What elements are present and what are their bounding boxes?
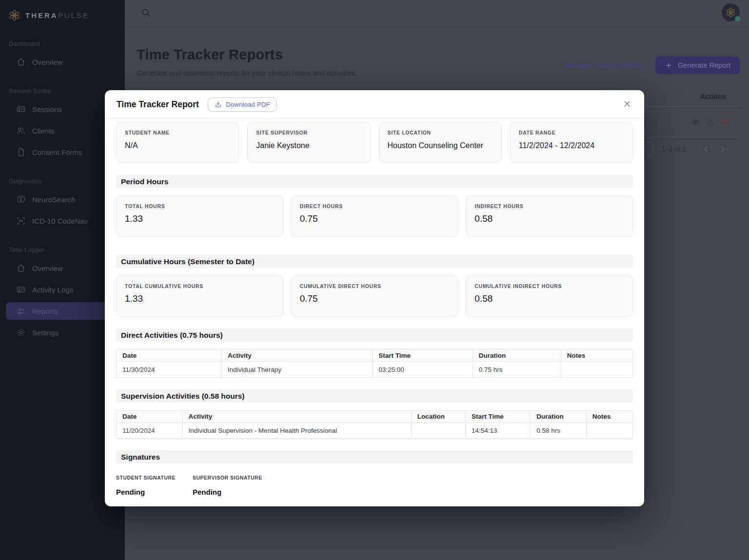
barcode-scan-icon [16, 216, 26, 226]
brand-name: THERAPULSE [25, 11, 89, 19]
time-tracker-report-modal: Time Tracker Report Download PDF STUDENT… [105, 90, 644, 506]
delete-report-icon[interactable] [721, 118, 729, 126]
home-icon [16, 57, 26, 67]
column-header-location: Location [411, 411, 465, 423]
settings-gear-icon [16, 328, 26, 337]
people-group-icon [16, 306, 26, 316]
nav-section-time-logger: Time Logger [6, 233, 119, 259]
next-page-button[interactable] [718, 145, 727, 154]
table-row: 11/20/2024 Individual Supervision - Ment… [117, 423, 633, 439]
sidebar-item-settings[interactable]: Settings [6, 324, 119, 341]
plus-icon [665, 61, 672, 69]
actions-column-header: Actions [700, 93, 726, 100]
student-signature: STUDENT SIGNATURE Pending [116, 475, 193, 496]
nav-section-session-scribe: Session Scribe [6, 75, 119, 100]
column-header-start-time: Start Time [373, 350, 473, 362]
direct-hours-card: DIRECT HOURS 0.75 [291, 195, 458, 237]
column-header-date: Date [117, 411, 183, 423]
previous-page-button[interactable] [702, 145, 710, 154]
column-header-activity: Activity [222, 350, 373, 362]
download-icon [215, 101, 222, 108]
sidebar-item-neurosearch[interactable]: NeuroSearch [6, 191, 119, 208]
modal-body: STUDENT NAME N/A SITE SUPERVISOR Janie K… [105, 119, 644, 496]
period-hours-cards: TOTAL HOURS 1.33 DIRECT HOURS 0.75 INDIR… [116, 195, 633, 237]
download-report-icon[interactable] [706, 118, 714, 126]
period-hours-section-title: Period Hours [116, 175, 633, 188]
brain-icon [16, 194, 26, 204]
sidebar-item-time-overview[interactable]: Overview [6, 259, 119, 277]
column-header-start-time: Start Time [465, 411, 530, 423]
total-hours-card: TOTAL HOURS 1.33 [116, 195, 283, 237]
brand-logo[interactable]: THERAPULSE [0, 8, 125, 22]
date-range-card: DATE RANGE 11/2/2024 - 12/2/2024 [510, 122, 633, 163]
cumulative-hours-section-title: Cumulative Hours (Semester to Date) [116, 255, 633, 268]
sessions-card-icon [16, 104, 26, 114]
modal-header: Time Tracker Report Download PDF [105, 90, 644, 119]
topbar [125, 0, 749, 25]
total-cumulative-hours-card: TOTAL CUMULATIVE HOURS 1.33 [116, 275, 283, 317]
people-icon [16, 126, 26, 135]
sidebar-item-sessions[interactable]: Sessions [6, 100, 119, 118]
pagination-range: 1–1 of 1 [661, 145, 686, 153]
sidebar-item-clients[interactable]: Clients [6, 122, 119, 139]
signatures-section-title: Signatures [116, 450, 633, 463]
home-icon [16, 263, 26, 273]
cumulative-direct-hours-card: CUMULATIVE DIRECT HOURS 0.75 [291, 275, 458, 317]
manage-training-periods-link[interactable]: Manage Training Periods [564, 61, 643, 69]
cumulative-indirect-hours-card: CUMULATIVE INDIRECT HOURS 0.58 [466, 275, 633, 317]
column-header-duration: Duration [531, 411, 586, 423]
student-name-card: STUDENT NAME N/A [116, 122, 239, 163]
close-icon [623, 100, 631, 108]
modal-title: Time Tracker Report [117, 99, 199, 110]
table-row: 11/30/2024 Individual Therapy 03:25:00 0… [117, 362, 633, 378]
search-icon[interactable] [140, 7, 151, 18]
site-supervisor-card: SITE SUPERVISOR Janie Keystone [247, 122, 370, 163]
column-header-duration: Duration [473, 350, 561, 362]
page-title: Time Tracker Reports [137, 47, 357, 63]
online-status-dot [735, 16, 740, 21]
nav-section-diagnostics: Diagnostics [6, 165, 119, 191]
column-header-notes: Notes [561, 350, 632, 362]
sidebar-item-activity-logs[interactable]: Activity Logs [6, 281, 119, 298]
activity-log-icon [16, 285, 26, 294]
supervisor-signature: SUPERVISOR SIGNATURE Pending [193, 475, 269, 496]
indirect-hours-card: INDIRECT HOURS 0.58 [466, 195, 633, 237]
column-header-date: Date [117, 350, 222, 362]
sidebar-item-overview[interactable]: Overview [6, 53, 119, 71]
supervision-activities-table: Date Activity Location Start Time Durati… [116, 410, 633, 439]
cumulative-hours-cards: TOTAL CUMULATIVE HOURS 1.33 CUMULATIVE D… [116, 275, 633, 317]
column-header-activity: Activity [182, 411, 411, 423]
download-pdf-button[interactable]: Download PDF [208, 97, 277, 112]
direct-activities-table: Date Activity Start Time Duration Notes … [116, 349, 633, 378]
sidebar-item-icd10-codenav[interactable]: ICD-10 CodeNav [6, 212, 119, 230]
page-subtitle: Generate and download reports for your c… [137, 69, 357, 77]
supervision-activities-section-title: Supervision Activities (0.58 hours) [116, 389, 633, 403]
view-report-icon[interactable] [691, 118, 700, 126]
avatar-flower-icon [725, 7, 736, 18]
signatures-block: STUDENT SIGNATURE Pending SUPERVISOR SIG… [116, 475, 633, 496]
generate-report-button[interactable]: Generate Report [655, 57, 740, 74]
nav-section-dashboard: Dashboard [6, 27, 119, 53]
page-header-actions: Manage Training Periods Generate Report [564, 57, 740, 74]
column-header-notes: Notes [586, 411, 632, 423]
page-header: Time Tracker Reports Generate and downlo… [125, 25, 749, 77]
direct-activities-section-title: Direct Activities (0.75 hours) [116, 328, 633, 342]
report-info-cards: STUDENT NAME N/A SITE SUPERVISOR Janie K… [116, 122, 633, 163]
sidebar-item-reports[interactable]: Reports [6, 302, 119, 320]
avatar[interactable] [722, 3, 740, 21]
site-location-card: SITE LOCATION Houston Counseling Center [379, 122, 502, 163]
sidebar-item-consent-forms[interactable]: Consent Forms [6, 143, 119, 161]
close-modal-button[interactable] [622, 99, 632, 110]
document-icon [16, 147, 26, 157]
brand-flower-icon [8, 9, 21, 22]
